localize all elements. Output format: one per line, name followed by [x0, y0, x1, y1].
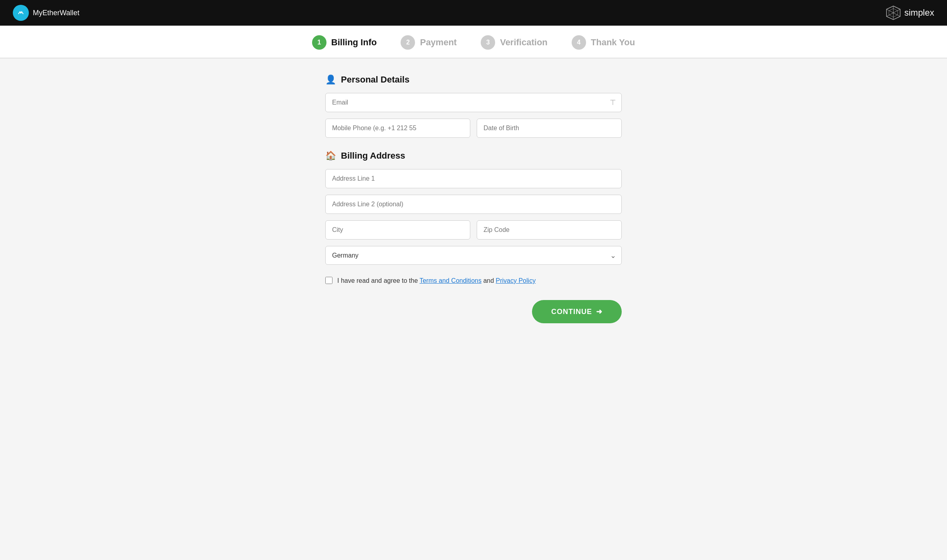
step-2-circle: 2 — [401, 35, 415, 50]
phone-input[interactable] — [325, 119, 470, 138]
step-billing-info[interactable]: 1 Billing Info — [312, 35, 377, 50]
stepper: 1 Billing Info 2 Payment 3 Verification … — [0, 35, 947, 58]
main-content: 👤 Personal Details ⊤ 🏠 Billing Address — [317, 58, 630, 347]
personal-details-title: Personal Details — [341, 75, 409, 85]
arrow-right-icon: ➜ — [596, 307, 602, 316]
mew-icon — [13, 5, 29, 21]
step-3-circle: 3 — [481, 35, 495, 50]
step-2-label: Payment — [420, 37, 457, 48]
city-zip-group — [325, 220, 622, 240]
country-select[interactable]: Germany United States United Kingdom Fra… — [325, 246, 622, 265]
privacy-policy-link[interactable]: Privacy Policy — [496, 277, 536, 284]
address2-input[interactable] — [325, 195, 622, 214]
app-header: MyEtherWallet simplex — [0, 0, 947, 26]
email-input[interactable] — [325, 93, 622, 112]
terms-row: I have read and agree to the Terms and C… — [325, 276, 622, 286]
zip-input[interactable] — [477, 220, 622, 240]
terms-text-before: I have read and agree to the — [337, 277, 419, 284]
address1-group — [325, 169, 622, 188]
brand-name: MyEtherWallet — [33, 9, 79, 17]
address2-group — [325, 195, 622, 214]
address1-input[interactable] — [325, 169, 622, 188]
step-3-label: Verification — [500, 37, 548, 48]
email-icon: ⊤ — [610, 98, 616, 107]
simplex-name: simplex — [904, 8, 934, 18]
step-1-label: Billing Info — [331, 37, 377, 48]
step-payment[interactable]: 2 Payment — [401, 35, 457, 50]
person-icon: 👤 — [325, 75, 336, 85]
city-input[interactable] — [325, 220, 470, 240]
terms-text-middle: and — [483, 277, 496, 284]
continue-button[interactable]: CONTINUE ➜ — [532, 300, 622, 323]
simplex-icon — [886, 5, 901, 20]
continue-label: CONTINUE — [551, 308, 592, 316]
step-4-circle: 4 — [572, 35, 586, 50]
country-group: Germany United States United Kingdom Fra… — [325, 246, 622, 265]
terms-checkbox[interactable] — [325, 277, 332, 284]
home-icon: 🏠 — [325, 151, 336, 161]
billing-address-header: 🏠 Billing Address — [325, 151, 622, 161]
step-verification[interactable]: 3 Verification — [481, 35, 548, 50]
email-group: ⊤ — [325, 93, 622, 112]
step-thank-you[interactable]: 4 Thank You — [572, 35, 635, 50]
step-4-label: Thank You — [591, 37, 635, 48]
phone-dob-group — [325, 119, 622, 138]
personal-details-header: 👤 Personal Details — [325, 75, 622, 85]
terms-and-conditions-link[interactable]: Terms and Conditions — [419, 277, 482, 284]
brand-logo[interactable]: MyEtherWallet — [13, 5, 79, 21]
billing-address-title: Billing Address — [341, 151, 405, 161]
dob-input[interactable] — [477, 119, 622, 138]
terms-text: I have read and agree to the Terms and C… — [337, 276, 536, 286]
stepper-container: 1 Billing Info 2 Payment 3 Verification … — [0, 26, 947, 58]
billing-address-section: 🏠 Billing Address Germany United States … — [325, 151, 622, 265]
button-row: CONTINUE ➜ — [325, 300, 622, 323]
simplex-logo: simplex — [886, 5, 934, 20]
step-1-circle: 1 — [312, 35, 326, 50]
email-input-wrapper: ⊤ — [325, 93, 622, 112]
country-select-wrapper: Germany United States United Kingdom Fra… — [325, 246, 622, 265]
